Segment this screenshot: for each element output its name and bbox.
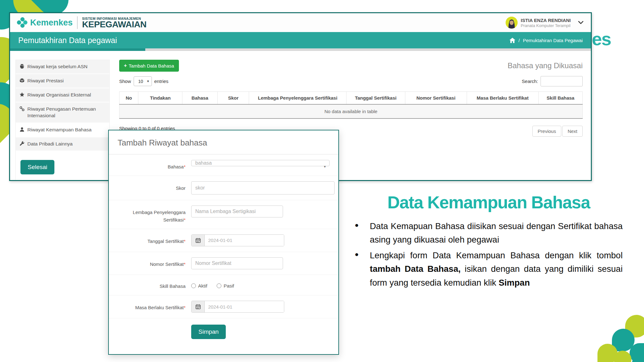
plus-icon: + — [124, 63, 127, 69]
masa-berlaku-label: Masa Berlaku Sertifikat — [135, 305, 184, 310]
brand-title: KEPEGAWAIAN — [82, 20, 147, 29]
sidebar: Riwayat kerja sebelum ASN Riwayat Presta… — [15, 60, 110, 181]
masa-berlaku-input[interactable] — [205, 301, 284, 312]
tambah-data-bahasa-button[interactable]: + Tambah Data Bahasa — [119, 60, 179, 72]
link-icon — [19, 106, 25, 111]
bahasa-table: No Tindakan Bahasa Skor Lembaga Penyelen… — [119, 91, 583, 119]
radio-icon — [217, 283, 221, 288]
sidebar-item-riwayat-penugasan[interactable]: Riwayat Penugasan Pertemuan Internasiona… — [16, 102, 109, 123]
calendar-icon[interactable] — [192, 301, 205, 312]
tanggal-label: Tanggal Sertifikat — [147, 239, 184, 244]
bullet-2-bold: tambah Data Bahasa, — [370, 264, 461, 274]
chevron-down-icon[interactable] — [578, 21, 583, 24]
tambah-riwayat-bahasa-modal: Tambah Riwayat bahasa Bahasa* ▾ Skor Lem… — [108, 130, 339, 355]
field-nomor-sertifikat: Nomor Sertifikat* — [109, 252, 338, 275]
slide: es Data Kemampuan Bahasa ● Data Kemapuan… — [0, 0, 644, 362]
field-skor: Skor — [109, 176, 338, 200]
bullet-icon: ● — [355, 219, 362, 247]
annotation-bullet-2-text: Lengkapi form Data Kemampuan Bahasa deng… — [370, 249, 623, 289]
sidebar-item-riwayat-organisasi[interactable]: Riwayat Organisasi Eksternal — [16, 88, 109, 102]
pagination: Previous Next — [532, 126, 583, 137]
user-icon — [19, 127, 25, 132]
required-marker: * — [184, 164, 186, 169]
section-title: Bahasa yang Dikuasai — [508, 61, 583, 70]
bullet-2-segment: Lengkapi form Data Kemampuan Bahasa deng… — [370, 250, 623, 260]
sidebar-item-label: Riwayat Kemampuan Bahasa — [27, 127, 92, 133]
tanggal-sertifikat-input[interactable] — [205, 235, 284, 246]
column-header-masa-berlaku[interactable]: Masa Berlaku Sertifikat — [467, 92, 538, 105]
annotation-bullet-1-text: Data Kemapuan Bahasa diisikan sesuai den… — [370, 219, 623, 247]
home-icon[interactable] — [509, 38, 515, 43]
user-role: Pranata Komputer Terampil — [521, 23, 571, 28]
field-masa-berlaku: Masa Berlaku Sertifikat* — [109, 295, 338, 318]
column-header-tanggal[interactable]: Tanggal Sertifikasi — [346, 92, 405, 105]
nomor-label: Nomor Sertifikat — [150, 261, 184, 267]
app-header: Kemenkes SISTEM INFORMASI MANAJEMEN KEPE… — [10, 13, 591, 32]
search-label: Search: — [522, 79, 538, 84]
sidebar-item-riwayat-prestasi[interactable]: Riwayat Prestasi — [16, 74, 109, 88]
required-marker: * — [184, 217, 186, 222]
skor-input[interactable] — [191, 181, 335, 195]
bahasa-label: Bahasa — [168, 164, 184, 169]
page-size-value: 10 — [138, 79, 143, 84]
radio-aktif-label: Aktif — [198, 283, 207, 288]
add-button-label: Tambah Data Bahasa — [129, 63, 174, 69]
entries-label: entries — [154, 79, 169, 84]
breadcrumb: / Pemuktahiran Data Pegawai — [509, 38, 583, 43]
bahasa-select-value[interactable] — [191, 160, 330, 166]
simpan-button[interactable]: Simpan — [191, 325, 226, 339]
show-label: Show — [119, 79, 131, 84]
radio-aktif[interactable]: Aktif — [191, 283, 207, 288]
column-header-lembaga[interactable]: Lembaga Penyelenggara Sertifikasi — [249, 92, 346, 105]
empty-row: No data available in table — [119, 104, 583, 118]
required-marker: * — [184, 261, 186, 267]
calendar-icon[interactable] — [192, 235, 205, 246]
radio-pasif[interactable]: Pasif — [217, 283, 234, 288]
column-header-skor[interactable]: Skor — [218, 92, 249, 105]
selesai-button[interactable]: Selesai — [20, 160, 54, 174]
next-button[interactable]: Next — [562, 126, 583, 137]
field-bahasa: Bahasa* ▾ — [109, 154, 338, 176]
skill-label: Skill Bahasa — [159, 283, 186, 289]
sidebar-item-label: Riwayat kerja sebelum ASN — [27, 63, 87, 70]
sidebar-item-label: Riwayat Penugasan Pertemuan Internasiona… — [27, 106, 106, 119]
page-title: Pemutakhiran Data pegawai — [18, 36, 117, 45]
sidebar-item-riwayat-kemampuan-bahasa[interactable]: Riwayat Kemampuan Bahasa — [16, 123, 109, 137]
sidebar-item-label: Data Pribadi Lainnya — [27, 141, 73, 147]
column-header-no[interactable]: No — [119, 92, 138, 105]
kemenkes-logo-icon — [16, 17, 28, 28]
brand-name: Kemenkes — [30, 18, 73, 28]
page-size-select[interactable]: 10 ▾ — [134, 76, 152, 86]
sidebar-item-data-pribadi[interactable]: Data Pribadi Lainnya — [16, 137, 109, 151]
column-header-tindakan[interactable]: Tindakan — [138, 92, 182, 105]
lembaga-label: Lembaga Penyelenggara Sertifikasi — [133, 210, 186, 222]
search-input[interactable] — [541, 76, 583, 86]
brand-divider — [77, 16, 78, 29]
modal-title: Tambah Riwayat bahasa — [109, 130, 338, 154]
field-lembaga: Lembaga Penyelenggara Sertifikasi* — [109, 200, 338, 229]
radio-icon — [191, 283, 196, 288]
avatar — [506, 17, 518, 29]
breadcrumb-current[interactable]: Pemuktahiran Data Pegawai — [523, 38, 583, 43]
scrollbar-thumb[interactable] — [10, 48, 145, 51]
lembaga-input[interactable] — [191, 206, 283, 217]
skor-label: Skor — [176, 185, 186, 191]
field-skill-bahasa: Skill Bahasa Aktif Pasif — [109, 275, 338, 295]
bahasa-select[interactable]: ▾ — [191, 160, 330, 166]
sidebar-item-riwayat-kerja[interactable]: Riwayat kerja sebelum ASN — [16, 60, 109, 74]
column-header-nomor[interactable]: Nomor Sertifikasi — [405, 92, 467, 105]
star-icon — [19, 92, 25, 97]
annotation-bullet-1: ● Data Kemapuan Bahasa diisikan sesuai d… — [355, 219, 623, 247]
annotation-bullet-2: ● Lengkapi form Data Kemampuan Bahasa de… — [355, 249, 623, 289]
column-header-bahasa[interactable]: Bahasa — [182, 92, 218, 105]
horizontal-scrollbar — [10, 48, 591, 51]
nomor-sertifikat-input[interactable] — [191, 257, 283, 269]
wrench-icon — [19, 141, 25, 146]
required-marker: * — [184, 239, 186, 244]
previous-button[interactable]: Previous — [532, 126, 561, 137]
column-header-skill[interactable]: Skill Bahasa — [539, 92, 583, 105]
annotation-block: Data Kemampuan Bahasa ● Data Kemapuan Ba… — [355, 192, 623, 289]
user-name: ISTIA ENZA RENDIANI — [521, 18, 571, 23]
user-menu[interactable]: ISTIA ENZA RENDIANI Pranata Komputer Ter… — [506, 17, 583, 29]
fax-icon — [19, 64, 25, 69]
